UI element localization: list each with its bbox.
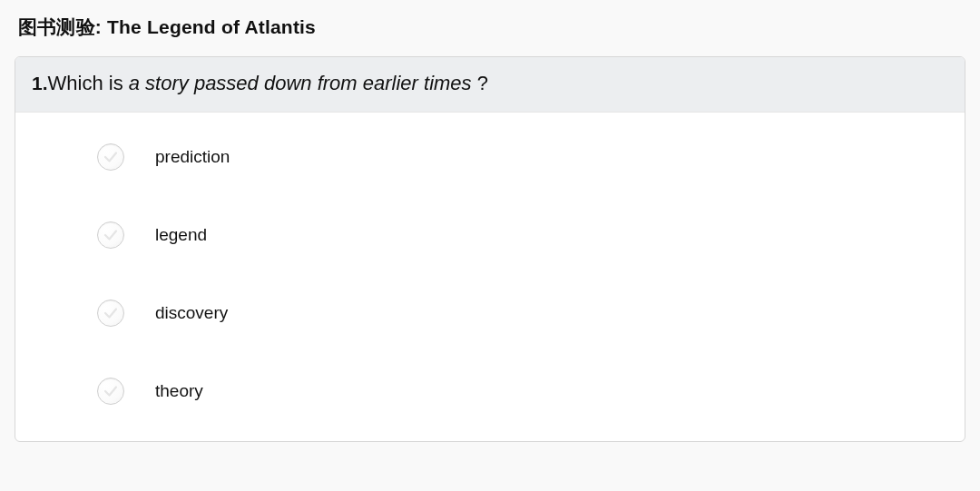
quiz-card: 1.Which is a story passed down from earl…: [15, 56, 965, 442]
question-lead: Which is: [48, 72, 129, 94]
option-label: prediction: [155, 147, 230, 167]
check-icon[interactable]: [97, 143, 124, 171]
options-list: prediction legend discovery: [15, 113, 965, 441]
question-bar: 1.Which is a story passed down from earl…: [15, 57, 965, 113]
option-row[interactable]: discovery: [97, 300, 946, 327]
title-text: The Legend of Atlantis: [107, 16, 316, 37]
option-row[interactable]: prediction: [97, 143, 946, 171]
question-tail: ?: [472, 72, 488, 94]
option-label: legend: [155, 225, 207, 245]
quiz-page: 图书测验: The Legend of Atlantis 1.Which is …: [0, 0, 980, 442]
check-icon[interactable]: [97, 221, 124, 249]
option-label: theory: [155, 381, 203, 401]
question-italic: a story passed down from earlier times: [129, 72, 472, 94]
question-text: Which is a story passed down from earlie…: [48, 72, 488, 94]
option-row[interactable]: theory: [97, 378, 946, 405]
check-icon[interactable]: [97, 300, 124, 327]
title-prefix: 图书测验:: [18, 16, 107, 37]
option-label: discovery: [155, 303, 228, 323]
page-title: 图书测验: The Legend of Atlantis: [18, 15, 965, 40]
option-row[interactable]: legend: [97, 221, 946, 249]
check-icon[interactable]: [97, 378, 124, 405]
question-number: 1.: [32, 73, 48, 93]
